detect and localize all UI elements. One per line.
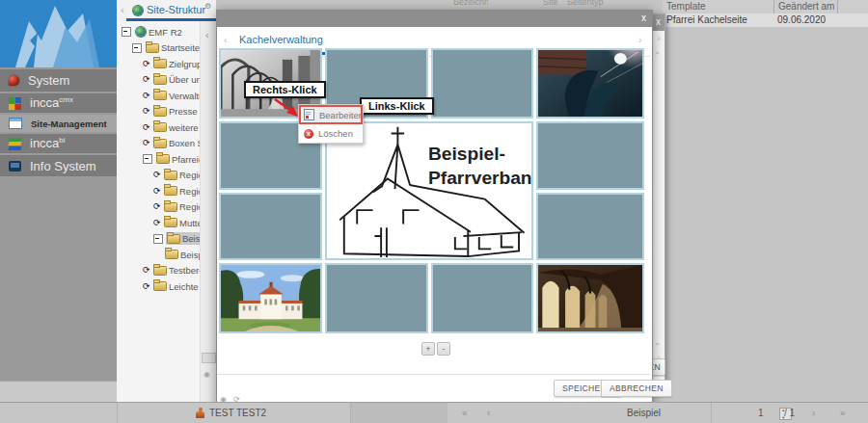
sync-icon: ⟳ — [143, 139, 152, 147]
sidebar-item-info-system[interactable]: Info System — [0, 155, 117, 177]
tab-scroll-left-arrow[interactable]: ‹ — [121, 4, 124, 15]
panel-collapse-arrow[interactable]: ‹ — [205, 29, 209, 40]
sidebar-item-site-management[interactable]: Site-Management — [0, 115, 117, 133]
sync-icon: ⟳ — [143, 75, 152, 84]
context-menu-item-loeschen[interactable]: x Löschen — [299, 124, 363, 143]
close-icon[interactable]: x — [641, 13, 646, 23]
tile-cloister[interactable] — [536, 263, 644, 333]
folder-icon — [154, 60, 166, 67]
tree-item-label: Startseite — [161, 42, 200, 53]
tile-placeholder[interactable] — [536, 193, 644, 260]
sidebar-item-system[interactable]: System — [0, 69, 117, 93]
tab-kachelverwaltung[interactable]: Kachelverwaltung — [239, 34, 323, 45]
folder-icon — [168, 235, 179, 243]
folder-icon — [154, 267, 166, 275]
folder-icon — [165, 219, 176, 226]
column-divider — [773, 0, 774, 13]
cell-template: Pfarrei Kachelseite — [666, 14, 747, 25]
folder-icon — [154, 92, 166, 99]
incca-bi-icon — [9, 138, 21, 150]
folder-icon — [165, 172, 176, 179]
page-total: / 1 — [784, 408, 795, 418]
column-header-template[interactable]: Template — [666, 1, 706, 12]
tree-horizontal-scrollbar[interactable] — [202, 353, 216, 363]
tab-icon-partial[interactable]: ⚙ — [204, 2, 211, 11]
column-header-geaendert-am[interactable]: Geändert am — [778, 1, 834, 12]
site-management-icon — [9, 118, 22, 129]
tab-site-struktur[interactable]: Site-Struktur — [147, 4, 205, 15]
expander-minus-icon[interactable] — [143, 154, 152, 164]
incca-logo — [0, 0, 117, 67]
tile-placeholder[interactable] — [536, 121, 644, 190]
sidebar-item-label: inccabi — [30, 136, 66, 150]
sync-icon: ⟳ — [143, 123, 152, 132]
status-bar: TEST TEST2 « ‹ Beispiel 1 / 1 › » — [0, 402, 868, 423]
table-row-selected[interactable]: Pfarrei Kachelseite 09.06.2020 — [663, 13, 868, 27]
template-table-panel: Template Geändert am Pfarrei Kachelseite… — [663, 0, 868, 402]
cancel-button[interactable]: ABBRECHEN — [601, 380, 672, 397]
palace-photo — [221, 265, 320, 331]
eye-icon[interactable]: ◉ — [203, 370, 210, 379]
next-page-arrow[interactable]: › — [812, 408, 815, 418]
tile-angel-statue[interactable] — [536, 48, 644, 119]
sidebar-item-label: System — [28, 73, 69, 88]
footer-divider — [117, 403, 118, 423]
kachelverwaltung-dialog: x ‹ Kachelverwaltung › — [216, 10, 653, 407]
sidebar-item-label: inccacmx — [30, 95, 73, 110]
column-header-bezeichnung: Bezeichnung — [453, 0, 488, 7]
close-icon[interactable]: x — [656, 17, 661, 27]
cell-changed-date: 09.06.2020 — [777, 14, 826, 25]
system-icon — [9, 75, 19, 86]
logo-graphic — [0, 0, 117, 67]
context-menu-item-bearbeiten[interactable]: Bearbeiten — [299, 105, 363, 124]
scroll-up-arrow[interactable]: ⌃ — [654, 51, 661, 60]
tile-placeholder[interactable] — [431, 48, 533, 119]
background-column-headers: Bezeichnung Site Seitentyp — [415, 0, 650, 9]
column-header-seitentyp: Seitentyp — [567, 0, 611, 7]
previous-page-arrow[interactable]: ‹ — [487, 408, 490, 418]
tooltip-links-klick: Links-Klick — [360, 97, 434, 115]
incca-cmx-icon — [9, 97, 21, 110]
sync-icon: ⟳ — [153, 187, 163, 196]
breadcrumb: Beispiel — [588, 408, 661, 418]
tile-placeholder[interactable] — [325, 263, 428, 333]
column-header-site: Site — [543, 0, 564, 7]
expander-minus-icon[interactable] — [132, 43, 142, 53]
sidebar-bottom-strip — [0, 381, 117, 403]
tab-scroll-left-arrow[interactable]: ‹ — [224, 34, 228, 45]
folder-icon — [154, 123, 166, 131]
tab-scroll-right-arrow[interactable]: › — [638, 34, 642, 45]
sidebar-empty-area — [0, 177, 117, 381]
zoom-in-button[interactable]: + — [421, 342, 435, 356]
folder-icon — [154, 76, 166, 84]
scroll-down-arrow[interactable]: ⌄ — [654, 338, 661, 347]
sidebar: System inccacmx Site-Management inccabi … — [0, 0, 118, 402]
sidebar-item-label: Site-Management — [31, 119, 107, 129]
tile-placeholder[interactable] — [219, 193, 322, 260]
sync-icon: ⟳ — [143, 107, 152, 116]
zoom-out-button[interactable]: - — [437, 342, 450, 356]
page-number[interactable]: 1 — [758, 408, 764, 418]
globe-icon — [136, 27, 146, 37]
first-page-arrow[interactable]: « — [462, 408, 468, 418]
church-line-drawing: Beispiel-Pfarrverband — [327, 123, 531, 258]
sidebar-item-incca-cmx[interactable]: inccacmx — [0, 93, 117, 114]
logged-in-user: TEST TEST2 — [209, 408, 266, 418]
svg-text:Beispiel-: Beispiel- — [428, 144, 505, 164]
expander-minus-icon[interactable] — [122, 27, 131, 37]
sync-icon: ⟳ — [153, 202, 163, 211]
tile-palace[interactable] — [219, 263, 322, 333]
last-page-arrow[interactable]: » — [840, 408, 846, 418]
sidebar-item-label: Info System — [30, 159, 96, 173]
dialog-titlebar[interactable]: x — [217, 11, 652, 27]
sync-icon: ⟳ — [153, 219, 163, 227]
tab-scroll-right-arrow[interactable]: › — [657, 32, 661, 43]
expander-minus-icon[interactable] — [153, 234, 163, 244]
tile-placeholder[interactable] — [431, 263, 533, 333]
context-menu: Bearbeiten x Löschen — [298, 104, 364, 144]
sidebar-item-incca-bi[interactable]: inccabi — [0, 134, 117, 154]
user-icon — [196, 408, 204, 418]
folder-icon — [165, 187, 176, 195]
footer-divider — [217, 374, 650, 375]
folder-icon — [147, 44, 158, 52]
